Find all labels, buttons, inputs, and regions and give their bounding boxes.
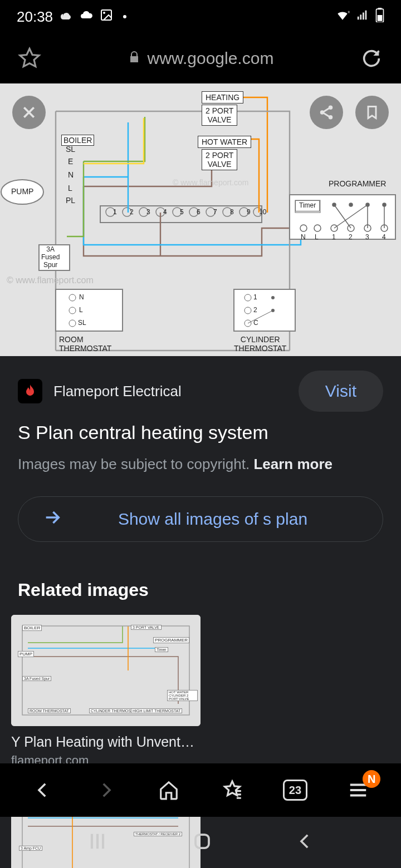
diagram-label-N: N — [68, 170, 74, 179]
show-all-button[interactable]: Show all images of s plan — [18, 496, 383, 542]
svg-point-30 — [383, 203, 386, 206]
diagram-label-heating: HEATING — [202, 91, 243, 103]
diagram-wc-9: 9 — [247, 209, 251, 216]
related-thumbnail: BOILER PUMP PROGRAMMER ROOM THERMOSTAT C… — [11, 615, 200, 726]
weather-icon — [60, 8, 73, 26]
back-system-button[interactable] — [296, 832, 315, 853]
diagram-wc-8: 8 — [230, 209, 234, 216]
image-title: S Plan central heating system — [18, 422, 383, 443]
diagram-cyl-2: 2 — [253, 307, 257, 314]
home-system-button[interactable] — [192, 831, 212, 854]
refresh-button[interactable] — [359, 46, 384, 71]
url-display[interactable]: www.google.com — [59, 49, 342, 68]
related-image-item[interactable]: BOILER PUMP PROGRAMMER ROOM THERMOSTAT C… — [11, 615, 200, 768]
diagram-wc-7: 7 — [213, 209, 217, 216]
diagram-label-2port-1: 2 PORT VALVE — [202, 105, 237, 126]
svg-point-29 — [366, 203, 369, 206]
diagram-wc-3: 3 — [146, 209, 150, 216]
diagram-label-hotwater: HOT WATER — [198, 136, 251, 148]
copyright-notice: Images may be subject to copyright. Lear… — [18, 456, 383, 473]
diagram-label-cylinder-thermostat: CYLINDER THERMOSTAT — [234, 335, 286, 353]
svg-point-28 — [349, 203, 353, 206]
back-button[interactable] — [30, 777, 56, 803]
new-badge: N — [363, 770, 380, 788]
diagram-label-SL: SL — [66, 145, 75, 154]
diagram-label-programmer: PROGRAMMER — [329, 179, 386, 188]
diagram-wc-10: 10 — [259, 209, 266, 216]
forward-button[interactable] — [92, 777, 119, 803]
recents-button[interactable] — [86, 830, 109, 855]
arrow-right-icon — [43, 508, 62, 531]
lock-icon — [128, 49, 141, 68]
svg-rect-5 — [378, 15, 383, 21]
browser-bottom-nav: 23 N — [0, 763, 401, 817]
diagram-prog-2: 2 — [349, 234, 353, 241]
diagram-prog-4: 4 — [382, 234, 386, 241]
save-bookmark-button[interactable] — [355, 96, 389, 129]
diagram-room-L: L — [79, 307, 83, 314]
image-notification-icon — [100, 8, 113, 26]
diagram-label-room-thermostat: ROOM THERMOSTAT — [59, 335, 111, 353]
show-all-label: Show all images of s plan — [67, 510, 358, 529]
close-button[interactable] — [12, 96, 46, 129]
share-button[interactable] — [310, 96, 343, 129]
status-right: + — [335, 8, 384, 26]
svg-text:+: + — [348, 9, 350, 14]
diagram-label-2port-2: 2 PORT VALVE — [202, 149, 237, 170]
url-text: www.google.com — [148, 49, 274, 68]
diagram-room-N: N — [79, 294, 84, 302]
svg-rect-35 — [234, 289, 295, 331]
svg-rect-47 — [195, 835, 209, 848]
battery-icon — [375, 8, 384, 26]
wiring-diagram-image — [0, 83, 401, 356]
diagram-cyl-C: C — [253, 319, 258, 327]
diagram-wc-1: 1 — [113, 209, 117, 216]
tabs-button[interactable]: 23 — [282, 777, 309, 803]
visit-label: Visit — [325, 382, 356, 400]
svg-point-1 — [103, 12, 105, 14]
diagram-prog-1: 1 — [332, 234, 336, 241]
svg-rect-0 — [101, 10, 111, 20]
source-favicon — [18, 379, 42, 403]
cloud-icon — [80, 8, 93, 26]
diagram-label-timer: Timer — [295, 200, 320, 211]
browser-url-bar: www.google.com — [0, 33, 401, 83]
diagram-label-E: E — [68, 157, 73, 166]
svg-point-40 — [271, 296, 275, 299]
home-button[interactable] — [155, 777, 182, 803]
diagram-watermark-2: © www.flameport.com — [173, 178, 248, 187]
diagram-cyl-1: 1 — [253, 294, 257, 302]
more-notifications-icon — [123, 15, 126, 18]
status-left: 20:38 — [17, 8, 126, 26]
status-clock: 20:38 — [17, 8, 53, 26]
diagram-wc-4: 4 — [163, 209, 167, 216]
svg-rect-31 — [56, 289, 123, 331]
diagram-watermark: © www.flameport.com — [7, 275, 94, 285]
related-title: Y Plan Heating with Unvented… — [11, 734, 200, 750]
system-nav-bar — [0, 817, 401, 868]
source-name[interactable]: Flameport Electrical — [53, 383, 182, 400]
image-viewer[interactable]: HEATING 2 PORT VALVE HOT WATER 2 PORT VA… — [0, 83, 401, 356]
diagram-label-PL: PL — [66, 196, 75, 205]
wifi-icon: + — [335, 8, 350, 26]
svg-point-39 — [271, 309, 275, 312]
bookmarks-button[interactable] — [219, 777, 246, 803]
diagram-label-L: L — [68, 184, 72, 193]
diagram-wc-2: 2 — [130, 209, 134, 216]
visit-button[interactable]: Visit — [299, 371, 383, 412]
diagram-label-pump: PUMP — [11, 187, 33, 196]
diagram-wc-6: 6 — [197, 209, 200, 216]
learn-more-link[interactable]: Learn more — [253, 456, 332, 472]
diagram-prog-L: L — [315, 234, 319, 241]
diagram-room-SL: SL — [78, 319, 86, 327]
diagram-label-fused-spur: 3A Fused Spur — [41, 246, 60, 269]
svg-point-27 — [332, 203, 336, 206]
bookmark-star-icon[interactable] — [17, 46, 42, 71]
related-images-heading: Related images — [0, 559, 401, 615]
image-info-card: Flameport Electrical Visit S Plan centra… — [0, 356, 401, 559]
status-bar: 20:38 + — [0, 0, 401, 33]
tab-count: 23 — [283, 780, 307, 801]
diagram-prog-3: 3 — [365, 234, 369, 241]
diagram-wc-5: 5 — [180, 209, 184, 216]
menu-button[interactable]: N — [345, 777, 371, 803]
